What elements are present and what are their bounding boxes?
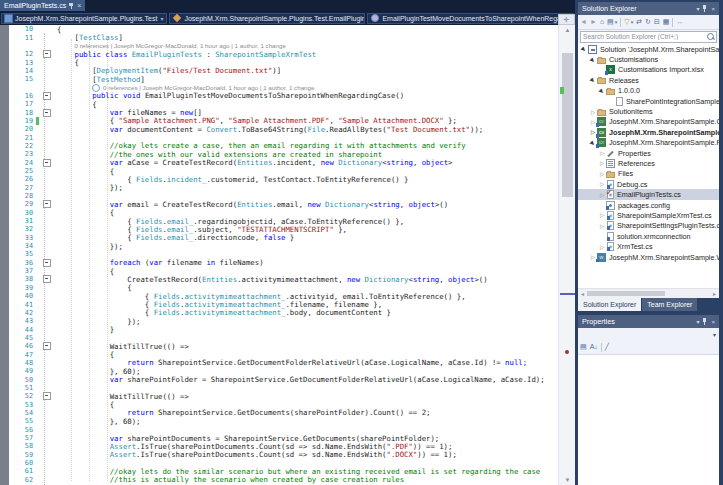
code-line[interactable]: 20 var documentContent = Convert.ToBase6… (0, 125, 558, 133)
chevron-down-icon[interactable]: ▾ (615, 19, 618, 25)
code-line[interactable]: 15 [TestMethod] (0, 75, 558, 83)
tree-item[interactable]: ▶Releases (578, 75, 719, 85)
chevron-down-icon[interactable]: ▾ (631, 19, 634, 25)
expand-icon[interactable]: ▷ (589, 109, 597, 115)
tree-item[interactable]: ▷C#JosephM.Xrm.SharepointSample.Console (578, 117, 719, 127)
code-editor[interactable]: 10{11 [TestClass]0 references | Joseph M… (0, 25, 558, 485)
switch-views-icon[interactable]: ▤ (607, 16, 614, 28)
tree-item[interactable]: ▷#SharepointSettingsPluginTests.cs (578, 221, 719, 231)
expand-icon[interactable]: ▷ (598, 181, 606, 187)
window-position-icon[interactable]: ▾ (696, 5, 699, 12)
tree-item[interactable]: xCustomisations Import.xlsx (578, 65, 719, 75)
collapse-region-icon[interactable] (43, 159, 51, 167)
expand-icon[interactable]: ▷ (598, 212, 606, 218)
refresh-icon[interactable]: ↻ (645, 16, 651, 28)
code-line[interactable]: 55 }, 60); (0, 417, 558, 425)
collapse-region-icon[interactable] (43, 92, 51, 100)
expand-icon[interactable]: ▷ (598, 150, 606, 156)
scroll-up-icon[interactable]: ▲ (559, 25, 576, 35)
tree-item[interactable]: ▶1.0.0.0 (578, 86, 719, 96)
auto-hide-pin-icon[interactable] (703, 318, 707, 325)
code-line[interactable]: 27 }); (0, 184, 558, 192)
scrollbar-thumb[interactable] (562, 53, 573, 197)
solution-explorer-titlebar[interactable]: Solution Explorer ▾ × (578, 2, 719, 15)
tree-item[interactable]: ▷#XrmTest.cs (578, 241, 719, 251)
code-line[interactable]: 59 Assert.IsTrue(sharePointDocuments.Cou… (0, 451, 558, 459)
code-line[interactable]: 12 public class EmailPluginTests : Share… (0, 50, 558, 58)
window-position-icon[interactable]: ▾ (696, 318, 699, 325)
editor-split-handle[interactable]: ✛ (558, 14, 575, 25)
collapse-region-icon[interactable] (43, 109, 51, 117)
close-icon[interactable]: × (711, 319, 715, 325)
collapse-region-icon[interactable] (43, 200, 51, 208)
code-line[interactable]: 62 //this is actually the scenario when … (0, 476, 558, 484)
expand-icon[interactable]: ▷ (598, 160, 606, 166)
tree-item[interactable]: ▶C#JosephM.Xrm.SharepointSample.Plugins.… (578, 138, 719, 148)
close-icon[interactable]: × (711, 6, 715, 12)
code-view-icon[interactable]: ↔ (676, 16, 683, 28)
collapse-region-icon[interactable] (43, 50, 51, 58)
solution-icon (588, 45, 597, 54)
member-dropdown[interactable]: EmailPluginTestMoveDocumentsToSharepoint… (367, 13, 574, 24)
scroll-right-icon[interactable]: ► (710, 291, 719, 297)
collapse-region-icon[interactable] (43, 275, 51, 283)
test-status-icon[interactable] (92, 84, 100, 92)
tree-item[interactable]: ▷#✓EmailPluginTests.cs (578, 189, 719, 199)
code-line[interactable]: 50 var sharePointFolder = SharepointServ… (0, 375, 558, 383)
tree-item[interactable]: ▶Solution 'JosephM.Xrm.SharepointSample'… (578, 44, 719, 54)
pin-tab-icon[interactable] (69, 3, 74, 9)
scrollbar-thumb[interactable] (587, 291, 665, 296)
document-tab[interactable]: EmailPluginTests.cs × (0, 0, 85, 11)
collapse-all-icon[interactable]: ⊟ (654, 16, 660, 28)
search-icon[interactable] (707, 33, 714, 40)
auto-hide-pin-icon[interactable] (703, 5, 707, 12)
file-icon (607, 232, 614, 241)
property-pages-icon[interactable]: ╱ (605, 341, 609, 353)
tree-item[interactable]: ▷References (578, 158, 719, 168)
tab-solution-explorer[interactable]: Solution Explorer (578, 298, 641, 311)
tree-item[interactable]: SharePointIntegrationSample_1_0_0_0.z (578, 96, 719, 106)
tree-item[interactable]: ▶Customisations (578, 54, 719, 64)
search-input[interactable]: Search Solution Explorer (Ctrl+;) (580, 31, 717, 43)
forward-icon[interactable]: ► (590, 16, 597, 28)
categorized-icon[interactable]: ▤ (580, 341, 587, 353)
properties-pane: Properties ▾ × ▾ ▤A↓╱ (578, 315, 719, 485)
show-all-files-icon[interactable]: ▦ (663, 16, 670, 28)
collapse-region-icon[interactable] (43, 392, 51, 400)
code-line[interactable]: 11 [TestClass] (0, 33, 558, 41)
code-line[interactable]: 44 } (0, 325, 558, 333)
expand-icon[interactable]: ▷ (598, 223, 606, 229)
expand-icon[interactable]: ▷ (598, 192, 606, 198)
pending-changes-filter-icon[interactable]: ▽ (624, 16, 629, 28)
editor-vertical-scrollbar[interactable]: ▲ ▼ (558, 25, 575, 485)
alphabetical-icon[interactable]: A↓ (590, 341, 598, 353)
properties-titlebar[interactable]: Properties ▾ × (578, 315, 719, 328)
tree-item[interactable]: ▷#SharepointSampleXrmTest.cs (578, 210, 719, 220)
close-tab-icon[interactable]: × (77, 0, 81, 11)
tree-item[interactable]: ▷Files (578, 169, 719, 179)
tree-item[interactable]: packages.config (578, 200, 719, 210)
back-icon[interactable]: ◄ (580, 16, 587, 28)
expand-icon[interactable]: ▷ (598, 244, 606, 250)
scroll-down-icon[interactable]: ▼ (559, 475, 576, 485)
tree-item[interactable]: ▷C#JosephM.Xrm.SharepointSample.Plugins (578, 127, 719, 137)
collapse-region-icon[interactable] (43, 342, 51, 350)
tree-item[interactable]: ▷WJosephM.Xrm.SharepointSample.WebResour… (578, 252, 719, 262)
cs-icon: # (607, 221, 614, 230)
tree-item[interactable]: ▷SolutionItems (578, 106, 719, 116)
tree-item[interactable]: ▷#Debug.cs (578, 179, 719, 189)
collapse-region-icon[interactable] (43, 259, 51, 267)
tree-horizontal-scrollbar[interactable]: ◄ ► (578, 288, 719, 298)
type-dropdown[interactable]: JosephM.Xrm.SharepointSample.Plugins.Tes… (169, 13, 365, 24)
scroll-left-icon[interactable]: ◄ (578, 291, 587, 297)
sync-with-active-document-icon[interactable]: ⇄ (636, 16, 642, 28)
tree-item-label: SolutionItems (609, 107, 653, 116)
code-line[interactable]: 34 }); (0, 242, 558, 250)
expand-icon[interactable]: ▷ (598, 171, 606, 177)
object-combobox[interactable]: ▾ (578, 328, 719, 340)
home-icon[interactable]: ⌂ (600, 16, 604, 28)
tree-item[interactable]: solution.xrmconnection (578, 231, 719, 241)
tree-item[interactable]: ▷Properties (578, 148, 719, 158)
project-dropdown[interactable]: JosephM.Xrm.SharepointSample.Plugins.Tes… (1, 13, 167, 24)
tab-team-explorer[interactable]: Team Explorer (642, 298, 697, 311)
